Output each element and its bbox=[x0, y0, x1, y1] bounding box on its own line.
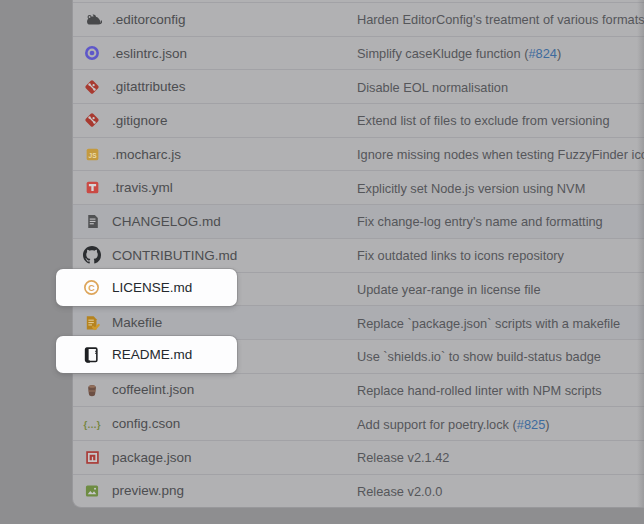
file-row: Makefile Replace `package.json` scripts … bbox=[73, 305, 644, 339]
file-rows: .editorconfig Harden EditorConfig's trea… bbox=[73, 2, 644, 507]
file-name-link[interactable]: .gitattributes bbox=[112, 79, 186, 94]
npm-icon bbox=[82, 447, 102, 467]
file-row: .gitignore Extend list of files to exclu… bbox=[73, 103, 644, 137]
file-name-link[interactable]: CONTRIBUTING.md bbox=[112, 248, 237, 263]
svg-text:JS: JS bbox=[88, 151, 97, 158]
file-row: JS .mocharc.js Ignore missing nodes when… bbox=[73, 137, 644, 171]
commit-message-link[interactable]: Replace hand-rolled linter with NPM scri… bbox=[357, 382, 602, 397]
commit-message-link[interactable]: Use `shields.io` to show build-status ba… bbox=[357, 349, 601, 364]
file-name-link[interactable]: README.md bbox=[112, 347, 192, 362]
svg-text:{…}: {…} bbox=[84, 418, 101, 429]
file-highlight-callout-readme-md[interactable]: README.md bbox=[56, 336, 237, 373]
book-icon bbox=[81, 345, 101, 365]
svg-text:C: C bbox=[88, 283, 95, 293]
file-name-link[interactable]: .mocharc.js bbox=[112, 147, 181, 162]
file-name-link[interactable]: .eslintrc.json bbox=[112, 46, 187, 61]
commit-message: Explicitly set Node.js version using NVM bbox=[357, 180, 585, 195]
issue-link[interactable]: #825 bbox=[517, 416, 545, 431]
file-row: CHANGELOG.md Fix change-log entry's name… bbox=[73, 204, 644, 238]
file-row: .eslintrc.json Simplify caseKludge funct… bbox=[73, 36, 644, 70]
file-row: .travis.yml Explicitly set Node.js versi… bbox=[73, 170, 644, 204]
makefile-check-icon bbox=[82, 313, 102, 333]
editorconfig-mouse-icon bbox=[82, 9, 102, 29]
file-name-link[interactable]: package.json bbox=[112, 450, 192, 465]
commit-message: Release v2.1.42 bbox=[357, 450, 449, 465]
commit-message: Fix change-log entry's name and formatti… bbox=[357, 214, 603, 229]
commit-message-suffix: ) bbox=[557, 46, 561, 61]
commit-message: Simplify caseKludge function (#824) bbox=[357, 46, 561, 61]
braces-icon: {…} bbox=[82, 414, 102, 434]
commit-message: Fix outdated links to icons repository bbox=[357, 248, 564, 263]
git-icon bbox=[82, 77, 102, 97]
commit-message-link[interactable]: Harden EditorConfig's treatment of vario… bbox=[357, 12, 644, 27]
travis-ci-icon bbox=[82, 178, 102, 198]
file-name-link[interactable]: coffeelint.json bbox=[112, 382, 194, 397]
commit-message-link[interactable]: Release v2.1.42 bbox=[357, 450, 449, 465]
commit-message-link[interactable]: Explicitly set Node.js version using NVM bbox=[357, 180, 585, 195]
commit-message-link[interactable]: Fix change-log entry's name and formatti… bbox=[357, 214, 603, 229]
file-name-link[interactable]: preview.png bbox=[112, 483, 184, 498]
commit-message-link[interactable]: Replace `package.json` scripts with a ma… bbox=[357, 315, 620, 330]
commit-message-link[interactable]: Update year-range in license file bbox=[357, 281, 541, 296]
file-name-link[interactable]: .editorconfig bbox=[112, 12, 186, 27]
commit-message-link[interactable]: Simplify caseKludge function ( bbox=[357, 46, 528, 61]
file-name-link[interactable]: Makefile bbox=[112, 315, 162, 330]
commit-message-link[interactable]: Extend list of files to exclude from ver… bbox=[357, 113, 610, 128]
file-name-link[interactable]: config.cson bbox=[112, 416, 180, 431]
github-octocat-icon bbox=[82, 245, 102, 265]
commit-message-link[interactable]: Add support for poetry.lock ( bbox=[357, 416, 517, 431]
copyright-icon: C bbox=[81, 278, 101, 298]
file-name-link[interactable]: .gitignore bbox=[112, 113, 168, 128]
file-table: .editorconfig Harden EditorConfig's trea… bbox=[72, 0, 644, 508]
git-icon bbox=[82, 110, 102, 130]
commit-message: Add support for poetry.lock (#825) bbox=[357, 416, 550, 431]
file-row: package.json Release v2.1.42 bbox=[73, 440, 644, 474]
commit-message-link[interactable]: Disable EOL normalisation bbox=[357, 79, 508, 94]
commit-message: Harden EditorConfig's treatment of vario… bbox=[357, 12, 644, 27]
commit-message: Replace `package.json` scripts with a ma… bbox=[357, 315, 620, 330]
commit-message-link[interactable]: Release v2.0.0 bbox=[357, 483, 442, 498]
eslint-icon bbox=[82, 43, 102, 63]
file-row: .gitattributes Disable EOL normalisation bbox=[73, 69, 644, 103]
commit-message: Disable EOL normalisation bbox=[357, 79, 508, 94]
javascript-icon: JS bbox=[82, 144, 102, 164]
file-row: {…} config.cson Add support for poetry.l… bbox=[73, 406, 644, 440]
file-name-link[interactable]: LICENSE.md bbox=[112, 280, 192, 295]
file-highlight-callout-license-md[interactable]: C LICENSE.md bbox=[56, 269, 237, 306]
issue-link[interactable]: #824 bbox=[528, 46, 556, 61]
file-row: coffeelint.json Replace hand-rolled lint… bbox=[73, 373, 644, 407]
commit-message-link[interactable]: Fix outdated links to icons repository bbox=[357, 248, 564, 263]
file-name-link[interactable]: .travis.yml bbox=[112, 180, 173, 195]
commit-message-link[interactable]: Ignore missing nodes when testing FuzzyF… bbox=[357, 147, 644, 162]
commit-message: Extend list of files to exclude from ver… bbox=[357, 113, 610, 128]
file-row: CONTRIBUTING.md Fix outdated links to ic… bbox=[73, 238, 644, 272]
commit-message-suffix: ) bbox=[545, 416, 549, 431]
repo-file-list-screen: .editorconfig Harden EditorConfig's trea… bbox=[0, 0, 644, 524]
commit-message: Update year-range in license file bbox=[357, 281, 541, 296]
commit-message: Replace hand-rolled linter with NPM scri… bbox=[357, 382, 602, 397]
file-text-icon bbox=[82, 211, 102, 231]
file-name-link[interactable]: CHANGELOG.md bbox=[112, 214, 221, 229]
image-icon bbox=[82, 481, 102, 501]
commit-message: Release v2.0.0 bbox=[357, 483, 442, 498]
commit-message: Use `shields.io` to show build-status ba… bbox=[357, 349, 601, 364]
coffee-cup-icon bbox=[82, 380, 102, 400]
file-row: .editorconfig Harden EditorConfig's trea… bbox=[73, 2, 644, 36]
commit-message: Ignore missing nodes when testing FuzzyF… bbox=[357, 147, 644, 162]
file-row: preview.png Release v2.0.0 bbox=[73, 474, 644, 508]
